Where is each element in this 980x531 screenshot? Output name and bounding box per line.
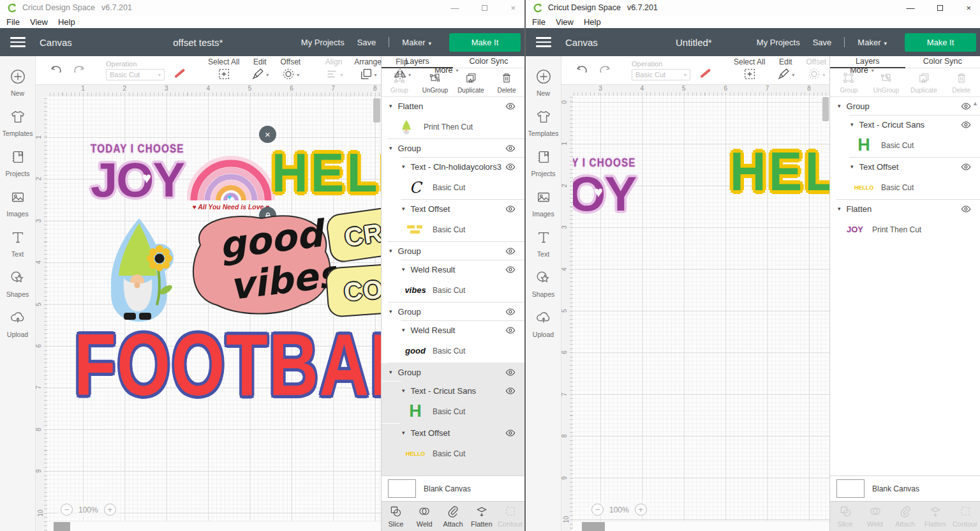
collapse-caret-icon[interactable]: ▾ [850, 163, 854, 170]
layer-group-group[interactable]: ▾Group [830, 97, 980, 115]
layer-item[interactable]: HELLOBasic Cut [382, 442, 524, 465]
blank-canvas-row[interactable]: Blank Canvas [382, 475, 524, 501]
visibility-eye-icon[interactable] [505, 248, 516, 255]
flatten-button[interactable]: Flatten [920, 502, 950, 531]
visibility-eye-icon[interactable] [961, 163, 971, 170]
arrange-button[interactable]: Arrange▾ [354, 57, 382, 84]
collapse-caret-icon[interactable]: ▾ [402, 163, 405, 170]
offset-button[interactable]: Offset▾ [280, 57, 301, 84]
collapse-caret-icon[interactable]: ▾ [389, 103, 392, 109]
save-link[interactable]: Save [813, 38, 832, 47]
sidebar-item-projects[interactable]: Projects [0, 143, 35, 183]
maximize-icon[interactable] [937, 5, 943, 11]
layer-group-weld-result[interactable]: ▾Weld Result [382, 260, 524, 278]
collapse-caret-icon[interactable]: ▾ [389, 248, 392, 254]
tab-layers[interactable]: Layers [382, 56, 453, 68]
weld-button[interactable]: Weld [860, 502, 890, 531]
artwork-gnome-sticker[interactable] [101, 217, 177, 327]
project-name[interactable]: offset tests* [173, 37, 223, 48]
duplicate-button[interactable]: Duplicate [905, 68, 943, 96]
layer-item[interactable]: HBasic Cut [830, 133, 980, 157]
canvas-color-swatch[interactable] [388, 479, 416, 498]
visibility-eye-icon[interactable] [505, 206, 516, 213]
layer-group-group[interactable]: ▾Group [382, 139, 524, 157]
collapse-caret-icon[interactable]: ▾ [850, 121, 854, 128]
titlebar[interactable]: Cricut Design Space v6.7.201 — × [0, 0, 524, 15]
collapse-caret-icon[interactable]: ▾ [838, 206, 841, 212]
align-button[interactable]: Align▾ [325, 57, 343, 84]
select-all-button[interactable]: Select All [208, 57, 239, 84]
undo-button[interactable] [575, 63, 589, 77]
canvas-grid[interactable]: TODAY I CHOOSE JOY♥ HELLO − 100% + [573, 96, 829, 531]
hamburger-menu-icon[interactable] [10, 37, 26, 47]
layer-group-weld-result[interactable]: ▾Weld Result [382, 321, 524, 339]
sidebar-item-projects[interactable]: Projects [526, 143, 561, 183]
project-name[interactable]: Untitled* [676, 37, 712, 48]
menu-help[interactable]: Help [58, 17, 75, 27]
offset-button[interactable]: Offset▾ [806, 57, 826, 84]
delete-button[interactable]: Delete [942, 68, 980, 96]
sidebar-item-templates[interactable]: Templates [526, 103, 561, 143]
operation-select[interactable]: Basic Cut▾ [106, 69, 165, 80]
minimize-icon[interactable]: — [906, 3, 914, 13]
minimize-icon[interactable]: — [450, 3, 459, 13]
slice-button[interactable]: Slice [382, 502, 410, 531]
zoom-out-button[interactable]: − [61, 504, 73, 516]
layer-item[interactable]: JOYPrint Then Cut [830, 218, 980, 241]
machine-select[interactable]: Maker▾ [858, 38, 887, 47]
canvas-grid[interactable]: TODAY I CHOOSE JOY♥ ♥ [47, 96, 381, 531]
my-projects-link[interactable]: My Projects [757, 38, 800, 47]
layer-item[interactable]: Print Then Cut [382, 115, 524, 138]
horizontal-scrollbar-track[interactable] [573, 521, 829, 531]
make-it-button[interactable]: Make It [905, 33, 976, 52]
layer-item[interactable]: CBasic Cut [382, 176, 524, 199]
make-it-button[interactable]: Make It [449, 33, 521, 52]
sidebar-item-new[interactable]: New [0, 63, 35, 103]
my-projects-link[interactable]: My Projects [301, 38, 345, 47]
collapse-caret-icon[interactable]: ▾ [838, 103, 841, 109]
layer-group-text-offset[interactable]: ▾Text Offset [830, 158, 980, 176]
flatten-button[interactable]: Flatten [467, 502, 496, 531]
layer-group-group[interactable]: ▾Group [382, 303, 524, 320]
zoom-out-button[interactable]: − [591, 504, 604, 516]
visibility-eye-icon[interactable] [505, 430, 516, 437]
redo-button[interactable] [598, 63, 612, 77]
contour-button[interactable]: Contour [950, 502, 980, 531]
menu-view[interactable]: View [556, 17, 574, 27]
horizontal-scrollbar-track[interactable] [47, 521, 381, 531]
collapse-caret-icon[interactable]: ▾ [389, 308, 392, 315]
close-icon[interactable]: × [966, 3, 971, 13]
attach-button[interactable]: Attach [890, 502, 920, 531]
blank-canvas-row[interactable]: Blank Canvas [830, 475, 980, 501]
layer-item[interactable]: vibesBasic Cut [382, 278, 524, 302]
sidebar-item-new[interactable]: New [526, 63, 561, 103]
layer-group-text-cln-holidaycolors3[interactable]: ▾Text - Cln-holidaycolors3 [382, 158, 524, 176]
sidebar-item-images[interactable]: Images [0, 183, 35, 223]
tab-layers[interactable]: Layers [830, 56, 905, 68]
scroll-up-icon[interactable]: ▲ [972, 100, 978, 107]
collapse-caret-icon[interactable]: ▾ [389, 369, 392, 375]
menu-file[interactable]: File [532, 17, 546, 27]
sidebar-item-shapes[interactable]: Shapes [526, 264, 561, 304]
linetype-swatch[interactable] [699, 72, 711, 75]
visibility-eye-icon[interactable] [505, 145, 516, 152]
maximize-icon[interactable] [482, 5, 487, 11]
layer-item[interactable]: goodBasic Cut [382, 339, 524, 363]
close-icon[interactable]: × [510, 3, 516, 13]
collapse-caret-icon[interactable]: ▾ [389, 145, 392, 151]
zoom-in-button[interactable]: + [104, 504, 116, 516]
artwork-hello-sticker[interactable]: HELLO [272, 144, 381, 201]
sidebar-item-templates[interactable]: Templates [0, 103, 35, 143]
visibility-eye-icon[interactable] [505, 327, 516, 334]
save-link[interactable]: Save [357, 38, 376, 47]
artwork-joy-sticker[interactable]: TODAY I CHOOSE JOY♥ [573, 156, 659, 217]
layer-group-flatten[interactable]: ▾Flatten [830, 200, 980, 218]
artwork-rainbow-sticker[interactable]: ♥ ♥ All You Need is Love ♥ [187, 149, 275, 211]
collapse-caret-icon[interactable]: ▾ [402, 327, 405, 333]
visibility-eye-icon[interactable] [505, 387, 516, 394]
sidebar-item-shapes[interactable]: Shapes [0, 264, 35, 304]
attach-button[interactable]: Attach [439, 502, 468, 531]
titlebar[interactable]: Cricut Design Space v6.7.201 — × [526, 0, 980, 15]
menu-view[interactable]: View [30, 17, 48, 27]
layer-item[interactable]: HBasic Cut [382, 400, 524, 423]
